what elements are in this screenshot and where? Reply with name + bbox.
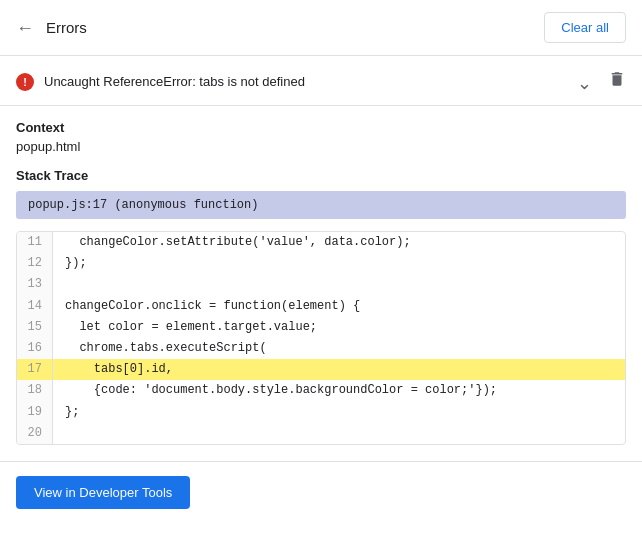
code-line: 12}); — [17, 253, 625, 274]
clear-all-button[interactable]: Clear all — [544, 12, 626, 43]
code-line: 17 tabs[0].id, — [17, 359, 625, 380]
context-value: popup.html — [16, 139, 626, 154]
line-content: changeColor.setAttribute('value', data.c… — [53, 232, 411, 253]
context-section: Context popup.html — [0, 120, 642, 154]
line-content: }); — [53, 253, 87, 274]
code-line: 19}; — [17, 402, 625, 423]
line-number: 16 — [17, 338, 53, 359]
page-title: Errors — [46, 19, 87, 36]
line-number: 20 — [17, 423, 53, 444]
line-content: let color = element.target.value; — [53, 317, 317, 338]
content-area: ! Uncaught ReferenceError: tabs is not d… — [0, 56, 642, 445]
header: ← Errors Clear all — [0, 0, 642, 56]
context-label: Context — [16, 120, 626, 135]
line-content: chrome.tabs.executeScript( — [53, 338, 267, 359]
line-content — [53, 274, 65, 295]
line-number: 14 — [17, 296, 53, 317]
error-title-group: ! Uncaught ReferenceError: tabs is not d… — [16, 73, 305, 91]
view-in-developer-tools-button[interactable]: View in Developer Tools — [16, 476, 190, 509]
footer: View in Developer Tools — [0, 461, 642, 523]
code-line: 15 let color = element.target.value; — [17, 317, 625, 338]
error-actions: ⌃ — [577, 70, 626, 93]
line-content: changeColor.onclick = function(element) … — [53, 296, 360, 317]
code-block: 11 changeColor.setAttribute('value', dat… — [16, 231, 626, 445]
delete-icon[interactable] — [608, 70, 626, 93]
code-line: 14changeColor.onclick = function(element… — [17, 296, 625, 317]
line-content: tabs[0].id, — [53, 359, 173, 380]
collapse-icon[interactable]: ⌃ — [577, 71, 592, 93]
line-content — [53, 423, 65, 444]
code-line: 16 chrome.tabs.executeScript( — [17, 338, 625, 359]
code-line: 20 — [17, 423, 625, 444]
error-item: ! Uncaught ReferenceError: tabs is not d… — [0, 56, 642, 106]
stack-trace-section: Stack Trace — [0, 168, 642, 183]
error-icon: ! — [16, 73, 34, 91]
line-number: 12 — [17, 253, 53, 274]
line-number: 13 — [17, 274, 53, 295]
error-message: Uncaught ReferenceError: tabs is not def… — [44, 74, 305, 89]
code-line: 18 {code: 'document.body.style.backgroun… — [17, 380, 625, 401]
error-header-row: ! Uncaught ReferenceError: tabs is not d… — [16, 70, 626, 93]
line-number: 17 — [17, 359, 53, 380]
code-line: 11 changeColor.setAttribute('value', dat… — [17, 232, 625, 253]
header-left: ← Errors — [16, 19, 87, 37]
line-number: 11 — [17, 232, 53, 253]
line-number: 15 — [17, 317, 53, 338]
line-content: {code: 'document.body.style.backgroundCo… — [53, 380, 497, 401]
back-icon[interactable]: ← — [16, 19, 34, 37]
line-number: 19 — [17, 402, 53, 423]
code-line: 13 — [17, 274, 625, 295]
line-number: 18 — [17, 380, 53, 401]
stack-trace-label: Stack Trace — [16, 168, 626, 183]
stack-trace-value: popup.js:17 (anonymous function) — [16, 191, 626, 219]
code-block-inner[interactable]: 11 changeColor.setAttribute('value', dat… — [17, 232, 625, 444]
line-content: }; — [53, 402, 79, 423]
